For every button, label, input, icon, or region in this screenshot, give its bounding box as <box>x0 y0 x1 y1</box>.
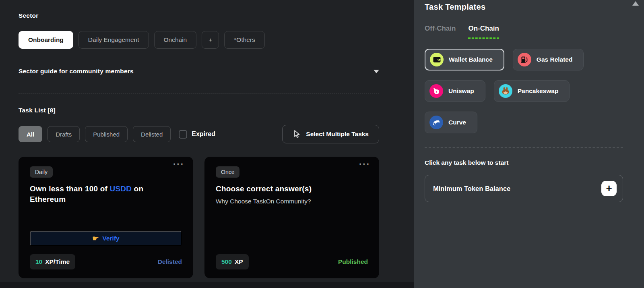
sector-guide-accordion[interactable]: Sector guide for community members <box>19 68 379 75</box>
template-label: Wallet Balance <box>449 56 493 63</box>
template-label: Gas Related <box>537 56 573 63</box>
frequency-badge: Once <box>216 166 239 178</box>
sector-tab-others[interactable]: *Others <box>224 31 265 49</box>
template-tabs: Off-Chain On-Chain <box>425 25 633 39</box>
start-hint-label: Click any task below to start <box>425 159 633 166</box>
select-multiple-tasks-label: Select Multiple Tasks <box>306 131 369 138</box>
scroll-up-arrow-icon[interactable] <box>632 1 639 6</box>
sector-section-label: Sector <box>19 12 414 19</box>
more-options-icon[interactable]: ··· <box>173 159 184 170</box>
template-buttons: Wallet Balance Gas Related Uniswap Panca… <box>425 49 616 133</box>
section-divider <box>19 93 379 93</box>
xp-unit: XP/Time <box>45 258 70 265</box>
verify-button[interactable]: ☛ Verify <box>30 231 182 246</box>
template-task-minimum-token-balance[interactable]: Minimum Token Balance + <box>425 175 623 202</box>
xp-badge: 10 XP/Time <box>30 254 75 269</box>
tab-on-chain[interactable]: On-Chain <box>468 25 499 39</box>
template-curve[interactable]: Curve <box>425 112 477 133</box>
expired-checkbox[interactable] <box>179 130 187 139</box>
plus-icon: + <box>606 183 612 193</box>
wallet-icon <box>430 53 444 66</box>
viewport-edge <box>0 282 414 288</box>
more-options-icon[interactable]: ··· <box>359 159 370 170</box>
pointing-hand-icon: ☛ <box>92 235 99 242</box>
verify-button-label: Verify <box>102 235 119 242</box>
task-card-usdd[interactable]: ··· Daily Own less than 100 of USDD on E… <box>19 157 193 278</box>
gas-pump-icon <box>518 53 531 66</box>
chevron-down-icon[interactable] <box>374 70 379 73</box>
taskon-admin-screen: Sector Onboarding Daily Engagement Oncha… <box>0 0 644 288</box>
task-templates-panel: Task Templates Off-Chain On-Chain Wallet… <box>414 0 644 288</box>
title-text: Own less than 100 of <box>30 184 109 193</box>
template-label: Pancakeswap <box>518 87 559 95</box>
sector-guide-title: Sector guide for community members <box>19 68 134 75</box>
task-card-footer: 500 XP Published <box>216 254 368 269</box>
template-pancakeswap[interactable]: Pancakeswap <box>494 80 570 102</box>
task-card-footer: 10 XP/Time Delisted <box>30 254 182 269</box>
filter-drafts[interactable]: Drafts <box>47 126 80 142</box>
task-card-quiz[interactable]: ··· Once Choose correct answer(s) Why Ch… <box>204 157 379 278</box>
sector-tab-onboarding[interactable]: Onboarding <box>19 31 73 49</box>
task-cards: ··· Daily Own less than 100 of USDD on E… <box>19 157 414 278</box>
expired-checkbox-label: Expired <box>192 131 215 138</box>
panel-title: Task Templates <box>425 2 633 12</box>
tab-off-chain[interactable]: Off-Chain <box>425 25 456 39</box>
template-uniswap[interactable]: Uniswap <box>425 80 485 102</box>
template-label: Uniswap <box>448 87 474 95</box>
xp-value: 500 <box>221 258 232 265</box>
select-multiple-tasks-button[interactable]: Select Multiple Tasks <box>282 125 379 143</box>
template-wallet-balance[interactable]: Wallet Balance <box>425 49 504 70</box>
curve-icon <box>429 116 443 129</box>
sector-tabs: Onboarding Daily Engagement Onchain + *O… <box>19 31 414 49</box>
filter-all[interactable]: All <box>19 126 42 142</box>
filter-delisted[interactable]: Delisted <box>133 126 171 142</box>
frequency-badge: Daily <box>30 166 53 178</box>
add-task-button[interactable]: + <box>601 181 617 196</box>
xp-unit: XP <box>235 258 243 265</box>
section-divider <box>425 147 623 148</box>
pancakeswap-bunny-icon <box>499 84 512 98</box>
template-gas-related[interactable]: Gas Related <box>513 49 584 70</box>
title-token-link[interactable]: USDD <box>109 184 132 193</box>
add-sector-button[interactable]: + <box>202 31 219 49</box>
status-badge: Published <box>338 258 368 265</box>
task-list-panel: Sector Onboarding Daily Engagement Oncha… <box>0 0 414 288</box>
task-card-title: Own less than 100 of USDD on Ethereum <box>30 184 163 205</box>
uniswap-unicorn-icon <box>429 84 443 98</box>
task-list-title: Task List [8] <box>19 107 414 114</box>
xp-badge: 500 XP <box>216 254 249 269</box>
template-task-label: Minimum Token Balance <box>433 185 510 193</box>
status-badge: Delisted <box>158 258 182 265</box>
xp-value: 10 <box>35 258 42 265</box>
task-card-subtitle: Why Choose TaskOn Community? <box>216 198 368 205</box>
sector-tab-daily-engagement[interactable]: Daily Engagement <box>78 31 149 49</box>
task-filter-row: All Drafts Published Delisted Expired Se… <box>19 125 379 143</box>
sector-tab-onchain[interactable]: Onchain <box>154 31 197 49</box>
cursor-icon <box>293 130 301 139</box>
filter-published[interactable]: Published <box>85 126 128 142</box>
task-card-title: Choose correct answer(s) <box>216 184 349 194</box>
template-label: Curve <box>448 119 466 126</box>
